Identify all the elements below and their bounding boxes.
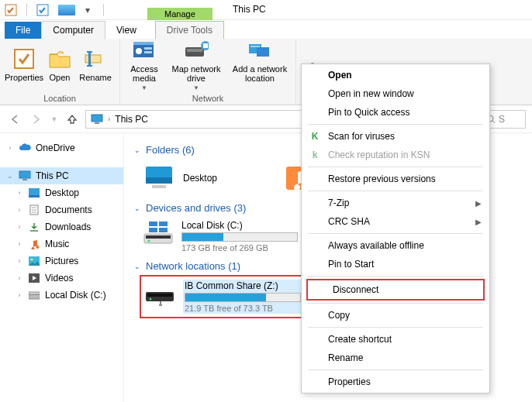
tab-computer[interactable]: Computer	[41, 21, 105, 40]
drive-network-icon	[184, 38, 209, 63]
nav-downloads[interactable]: ›Downloads	[0, 218, 123, 235]
drive-free-text: 173 GB free of 269 GB	[181, 243, 298, 253]
map-network-drive-button[interactable]: Map network drive ▼	[165, 36, 227, 93]
network-drive-tile[interactable]: IB Common Share (Z:) 21.9 TB free of 73.…	[140, 275, 313, 318]
chevron-down-icon: ⌄	[133, 204, 141, 212]
cm-properties-label: Properties	[328, 376, 371, 387]
chevron-right-icon[interactable]: ›	[16, 223, 23, 231]
nav-label: Downloads	[45, 222, 91, 232]
cm-disconnect[interactable]: Disconnect	[306, 279, 485, 301]
cm-offline-label: Always available offline	[328, 240, 424, 251]
svg-rect-35	[29, 188, 40, 195]
cm-open[interactable]: Open	[303, 66, 488, 84]
dropdown-icon: ▼	[193, 84, 199, 91]
cm-separator	[308, 327, 483, 328]
svg-point-7	[136, 48, 142, 54]
nav-local-disk[interactable]: ›Local Disk (C:)	[0, 287, 123, 304]
recent-dropdown-icon[interactable]: ▼	[50, 111, 59, 128]
add-network-location-button[interactable]: Add a network location	[229, 36, 291, 84]
navigation-pane: › OneDrive ⌄ This PC ›Desktop ›Documents…	[0, 133, 124, 402]
back-button[interactable]	[6, 111, 23, 128]
cm-create-shortcut[interactable]: Create shortcut	[303, 330, 488, 349]
cm-open-new-window[interactable]: Open in new window	[303, 84, 488, 103]
nav-pictures[interactable]: ›Pictures	[0, 253, 123, 270]
title-bar: ▾	[0, 0, 532, 20]
cm-crc-label: CRC SHA	[328, 216, 370, 227]
qat-dropdown-icon[interactable]: ▾	[81, 4, 94, 16]
chevron-right-icon[interactable]: ›	[108, 115, 110, 123]
properties-icon	[12, 46, 36, 71]
cm-rename-label: Rename	[328, 352, 363, 363]
nav-label: OneDrive	[36, 143, 75, 153]
svg-point-63	[159, 304, 162, 306]
cm-pin-quick-access[interactable]: Pin to Quick access	[303, 103, 488, 122]
cm-separator	[308, 124, 483, 125]
network-location-icon	[247, 38, 272, 63]
cm-crc-sha[interactable]: CRC SHA▶	[303, 212, 488, 231]
cm-properties[interactable]: Properties	[303, 373, 488, 391]
properties-qat-icon-2[interactable]	[36, 4, 49, 16]
music-icon	[28, 238, 40, 250]
nav-onedrive[interactable]: › OneDrive	[0, 139, 123, 156]
network-drive-icon	[144, 280, 175, 306]
properties-button[interactable]: Properties	[5, 45, 43, 84]
cm-always-offline[interactable]: Always available offline	[303, 236, 488, 255]
tab-file[interactable]: File	[5, 22, 41, 39]
svg-rect-57	[149, 228, 157, 232]
chevron-down-icon[interactable]: ⌄	[6, 172, 14, 180]
cm-restore-previous[interactable]: Restore previous versions	[303, 170, 488, 188]
cm-restore-label: Restore previous versions	[328, 174, 436, 184]
folder-tile-desktop[interactable]: Desktop	[140, 159, 279, 198]
chevron-right-icon[interactable]: ›	[16, 189, 23, 197]
nav-label: Local Disk (C:)	[45, 290, 106, 301]
svg-rect-49	[146, 177, 172, 184]
svg-rect-29	[92, 115, 102, 122]
folder-qat-icon[interactable]	[58, 5, 75, 15]
tab-drive-tools[interactable]: Drive Tools	[155, 21, 224, 40]
chevron-right-icon[interactable]: ›	[16, 274, 23, 282]
nav-desktop[interactable]: ›Desktop	[0, 184, 123, 201]
map-drive-label: Map network drive	[167, 64, 226, 83]
svg-rect-11	[187, 49, 202, 52]
cm-rename[interactable]: Rename	[303, 349, 488, 367]
chevron-right-icon[interactable]: ›	[16, 240, 23, 248]
cm-open-label: Open	[328, 70, 352, 81]
rename-button[interactable]: Rename	[76, 45, 115, 84]
properties-qat-icon[interactable]	[5, 4, 17, 16]
access-media-button[interactable]: Access media ▼	[125, 36, 164, 93]
kaspersky-icon-grey: k	[308, 149, 322, 161]
cm-scan-viruses[interactable]: KScan for viruses	[303, 127, 488, 146]
chevron-down-icon: ⌄	[133, 146, 141, 154]
nav-music[interactable]: ›Music	[0, 235, 123, 253]
cm-pin-start[interactable]: Pin to Start	[303, 255, 488, 273]
svg-rect-46	[29, 292, 40, 294]
network-drive-progress-fill	[185, 294, 266, 301]
tile-label: Desktop	[183, 173, 217, 184]
cm-copy[interactable]: Copy	[303, 306, 488, 325]
svg-rect-58	[159, 228, 168, 232]
dropdown-icon: ▼	[141, 84, 147, 91]
svg-rect-3	[85, 55, 101, 63]
cm-separator	[308, 303, 483, 304]
svg-rect-6	[133, 42, 154, 45]
open-folder-icon	[47, 46, 72, 71]
nav-videos[interactable]: ›Videos	[0, 270, 123, 287]
svg-rect-45	[29, 294, 40, 299]
drive-tile-local[interactable]: Local Disk (C:) 173 GB free of 269 GB	[140, 217, 302, 256]
cm-7zip[interactable]: 7-Zip▶	[303, 194, 488, 212]
nav-this-pc[interactable]: ⌄ This PC	[0, 167, 123, 184]
drive-progress	[181, 232, 298, 242]
up-button[interactable]	[64, 111, 81, 128]
chevron-right-icon[interactable]: ›	[6, 144, 14, 152]
forward-button[interactable]	[28, 111, 45, 128]
nav-label: Pictures	[45, 256, 78, 266]
open-button[interactable]: Open	[45, 45, 74, 84]
cm-copy-label: Copy	[328, 310, 350, 321]
cm-check-reputation: kCheck reputation in KSN	[303, 146, 488, 164]
chevron-right-icon[interactable]: ›	[16, 291, 23, 299]
nav-label: Music	[45, 239, 69, 249]
chevron-right-icon[interactable]: ›	[16, 257, 23, 265]
chevron-right-icon[interactable]: ›	[16, 206, 23, 214]
access-media-label: Access media	[126, 64, 162, 83]
nav-documents[interactable]: ›Documents	[0, 201, 123, 218]
